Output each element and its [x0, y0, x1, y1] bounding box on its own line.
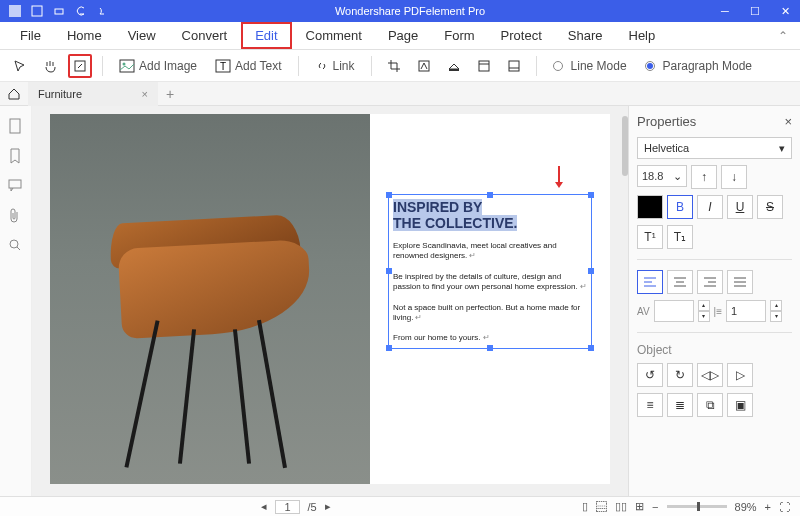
headline-1[interactable]: INSPIRED BY: [393, 199, 482, 215]
char-spacing-input[interactable]: [654, 300, 694, 322]
scrollbar-thumb[interactable]: [622, 116, 628, 176]
view-two-page-icon[interactable]: ▯▯: [615, 500, 627, 513]
thumbnails-icon[interactable]: [8, 118, 24, 134]
watermark-icon[interactable]: [412, 54, 436, 78]
line-height-spinner[interactable]: ▴▾: [770, 300, 782, 322]
menu-protect[interactable]: Protect: [489, 24, 554, 47]
view-grid-icon[interactable]: ⊞: [635, 500, 644, 513]
align-left-button[interactable]: [637, 270, 663, 294]
svg-line-17: [17, 247, 20, 250]
para-2[interactable]: Be inspired by the details of culture, d…: [393, 272, 578, 291]
link-button[interactable]: Link: [309, 59, 361, 73]
app-icon: [8, 4, 22, 18]
line-height-input[interactable]: 1: [726, 300, 766, 322]
redo-icon[interactable]: [96, 4, 110, 18]
char-spacing-spinner[interactable]: ▴▾: [698, 300, 710, 322]
view-continuous-icon[interactable]: ⿳: [596, 501, 607, 513]
line-mode-radio[interactable]: Line Mode: [547, 59, 633, 73]
svg-rect-1: [32, 6, 42, 16]
next-page-icon[interactable]: ▸: [325, 500, 331, 513]
comments-icon[interactable]: [8, 178, 24, 194]
decrease-size-button[interactable]: ↓: [721, 165, 747, 189]
print-icon[interactable]: [52, 4, 66, 18]
pdf-page: INSPIRED BY THE COLLECTIVE. Explore Scan…: [50, 114, 610, 484]
add-text-button[interactable]: T Add Text: [209, 59, 287, 73]
tab-furniture[interactable]: Furniture ×: [28, 82, 158, 106]
menu-help[interactable]: Help: [617, 24, 668, 47]
select-tool-icon[interactable]: [8, 54, 32, 78]
color-swatch[interactable]: [637, 195, 663, 219]
menu-convert[interactable]: Convert: [170, 24, 240, 47]
chevron-down-icon: ⌄: [673, 170, 682, 183]
subscript-button[interactable]: T₁: [667, 225, 693, 249]
tab-close-icon[interactable]: ×: [142, 88, 148, 100]
headline-2[interactable]: THE COLLECTIVE.: [393, 215, 517, 231]
zoom-out-button[interactable]: −: [652, 501, 658, 513]
italic-button[interactable]: I: [697, 195, 723, 219]
rotate-cw-button[interactable]: ↻: [667, 363, 693, 387]
attachments-icon[interactable]: [8, 208, 24, 224]
zoom-slider[interactable]: [667, 505, 727, 508]
background-icon[interactable]: [442, 54, 466, 78]
svg-rect-0: [9, 5, 21, 17]
svg-rect-2: [55, 9, 63, 14]
menu-home[interactable]: Home: [55, 24, 114, 47]
close-button[interactable]: ✕: [770, 0, 800, 22]
prev-page-icon[interactable]: ◂: [261, 500, 267, 513]
crop-icon[interactable]: [382, 54, 406, 78]
minimize-button[interactable]: ─: [710, 0, 740, 22]
bates-icon[interactable]: [502, 54, 526, 78]
align-center-button[interactable]: [667, 270, 693, 294]
superscript-button[interactable]: T¹: [637, 225, 663, 249]
crop-object-button[interactable]: ⧉: [697, 393, 723, 417]
tab-label: Furniture: [38, 88, 82, 100]
rotate-ccw-button[interactable]: ↺: [637, 363, 663, 387]
flip-vertical-button[interactable]: ▷: [727, 363, 753, 387]
properties-close-icon[interactable]: ×: [784, 114, 792, 129]
add-image-button[interactable]: Add Image: [113, 59, 203, 73]
new-tab-button[interactable]: +: [158, 86, 182, 102]
bookmarks-icon[interactable]: [8, 148, 24, 164]
paragraph-mode-radio[interactable]: Paragraph Mode: [639, 59, 758, 73]
maximize-button[interactable]: ☐: [740, 0, 770, 22]
align-obj-left-button[interactable]: ≡: [637, 393, 663, 417]
svg-rect-14: [10, 119, 20, 133]
edit-tool-icon[interactable]: [68, 54, 92, 78]
hand-tool-icon[interactable]: [38, 54, 62, 78]
menu-file[interactable]: File: [8, 24, 53, 47]
selected-text-frame[interactable]: INSPIRED BY THE COLLECTIVE. Explore Scan…: [388, 194, 592, 349]
home-tab-icon[interactable]: [0, 87, 28, 101]
view-single-icon[interactable]: ▯: [582, 500, 588, 513]
menu-share[interactable]: Share: [556, 24, 615, 47]
menu-comment[interactable]: Comment: [294, 24, 374, 47]
undo-icon[interactable]: [74, 4, 88, 18]
menu-form[interactable]: Form: [432, 24, 486, 47]
chair-image: [50, 114, 370, 484]
svg-rect-9: [449, 69, 459, 71]
strike-button[interactable]: S: [757, 195, 783, 219]
collapse-ribbon-icon[interactable]: ⌃: [766, 29, 800, 43]
menu-view[interactable]: View: [116, 24, 168, 47]
align-justify-button[interactable]: [727, 270, 753, 294]
document-canvas[interactable]: INSPIRED BY THE COLLECTIVE. Explore Scan…: [32, 106, 628, 496]
document-tabs: Furniture × +: [0, 82, 800, 106]
font-dropdown[interactable]: Helvetica▾: [637, 137, 792, 159]
zoom-in-button[interactable]: +: [765, 501, 771, 513]
flip-horizontal-button[interactable]: ◁▷: [697, 363, 723, 387]
page-number-input[interactable]: 1: [275, 500, 299, 514]
underline-button[interactable]: U: [727, 195, 753, 219]
fullscreen-icon[interactable]: ⛶: [779, 501, 790, 513]
align-obj-center-button[interactable]: ≣: [667, 393, 693, 417]
save-icon[interactable]: [30, 4, 44, 18]
header-footer-icon[interactable]: [472, 54, 496, 78]
font-size-input[interactable]: 18.8⌄: [637, 165, 687, 187]
menu-page[interactable]: Page: [376, 24, 430, 47]
increase-size-button[interactable]: ↑: [691, 165, 717, 189]
menu-edit[interactable]: Edit: [241, 22, 291, 49]
replace-image-button[interactable]: ▣: [727, 393, 753, 417]
align-right-button[interactable]: [697, 270, 723, 294]
search-icon[interactable]: [8, 238, 24, 254]
chevron-down-icon: ▾: [779, 142, 785, 155]
bold-button[interactable]: B: [667, 195, 693, 219]
para-4[interactable]: From our home to yours.: [393, 333, 481, 342]
